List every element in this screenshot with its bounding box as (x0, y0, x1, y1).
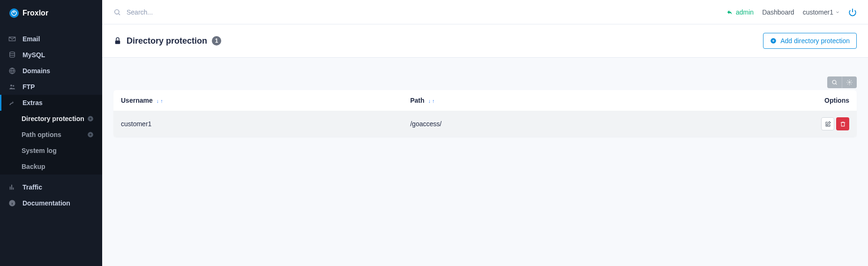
page-title-wrap: Directory protection 1 (113, 36, 221, 46)
sidebar-item-documentation[interactable]: Documentation (0, 195, 102, 211)
svg-point-11 (832, 80, 836, 84)
power-icon[interactable] (848, 8, 857, 16)
brand[interactable]: Froxlor (0, 0, 102, 26)
top-links: admin Dashboard customer1 (726, 8, 857, 16)
sidebar-item-extras[interactable]: Extras (0, 95, 102, 111)
svg-point-1 (10, 52, 15, 53)
chevron-down-icon (835, 10, 840, 15)
nav: Email MySQL Domains FTP Extras (0, 31, 102, 111)
col-path[interactable]: Path ↓ ↑ (403, 90, 638, 111)
sub-item-label: Directory protection (22, 115, 84, 122)
sort-arrows-icon[interactable]: ↓ ↑ (428, 98, 434, 104)
sidebar-item-ftp[interactable]: FTP (0, 79, 102, 95)
plus-circle-icon[interactable] (87, 115, 94, 122)
cell-options (638, 111, 857, 137)
sub-item-directory-protection[interactable]: Directory protection (0, 111, 102, 127)
col-username[interactable]: Username ↓ ↑ (113, 90, 403, 111)
sidebar-item-label: FTP (22, 83, 35, 91)
sidebar-item-label: Documentation (22, 199, 70, 207)
nav-bottom: Traffic Documentation (0, 179, 102, 211)
cell-path: /goaccess/ (403, 111, 638, 137)
globe-icon (8, 67, 16, 75)
directory-table: Username ↓ ↑ Path ↓ ↑ Options c (113, 90, 857, 137)
count-badge: 1 (212, 36, 221, 46)
info-icon (8, 199, 16, 207)
sub-item-label: Path options (22, 131, 61, 138)
search-icon (113, 8, 121, 16)
extras-subnav: Directory protection Path options System… (0, 111, 102, 175)
sub-item-path-options[interactable]: Path options (0, 127, 102, 143)
users-icon (8, 83, 16, 91)
admin-label: admin (736, 8, 754, 16)
user-dropdown[interactable]: customer1 (803, 8, 840, 16)
add-button-label: Add directory protection (780, 37, 850, 45)
page-title: Directory protection (127, 36, 207, 46)
sidebar-item-mysql[interactable]: MySQL (0, 47, 102, 63)
sub-item-backup[interactable]: Backup (0, 159, 102, 175)
database-icon (8, 51, 16, 59)
chart-icon (8, 183, 16, 191)
sidebar-item-label: Extras (22, 99, 43, 106)
sort-arrows-icon[interactable]: ↓ ↑ (157, 98, 163, 104)
lock-icon (113, 37, 122, 45)
envelope-icon (8, 35, 16, 43)
table-search-button[interactable] (827, 76, 842, 88)
sidebar-item-traffic[interactable]: Traffic (0, 179, 102, 195)
data-panel: Username ↓ ↑ Path ↓ ↑ Options c (113, 90, 857, 137)
brand-label: Froxlor (22, 9, 48, 17)
sub-item-label: Backup (22, 163, 45, 170)
sub-item-system-log[interactable]: System log (0, 143, 102, 159)
topbar: admin Dashboard customer1 (102, 0, 868, 24)
tool-group (827, 76, 857, 88)
main: admin Dashboard customer1 Directory prot… (102, 0, 868, 266)
search-wrap (113, 8, 726, 16)
edit-button[interactable] (821, 117, 834, 130)
table-row: customer1 /goaccess/ (113, 111, 857, 137)
svg-point-4 (13, 85, 14, 86)
dashboard-link[interactable]: Dashboard (762, 8, 794, 16)
sidebar-item-domains[interactable]: Domains (0, 63, 102, 79)
svg-point-3 (10, 84, 12, 86)
content: Username ↓ ↑ Path ↓ ↑ Options c (102, 58, 868, 156)
wrench-icon (8, 99, 16, 106)
admin-link[interactable]: admin (726, 8, 754, 16)
search-input[interactable] (127, 8, 267, 16)
sidebar-item-label: MySQL (22, 51, 45, 59)
sidebar-item-email[interactable]: Email (0, 31, 102, 47)
sidebar-item-label: Traffic (22, 183, 42, 191)
sub-item-label: System log (22, 147, 57, 154)
page-header: Directory protection 1 Add directory pro… (102, 24, 868, 58)
plus-circle-icon (770, 38, 777, 44)
sidebar-item-label: Domains (22, 67, 50, 75)
reply-icon (726, 9, 733, 15)
sidebar: Froxlor Email MySQL Domains FTP Extras (0, 0, 102, 266)
col-options: Options (638, 90, 857, 111)
sidebar-item-label: Email (22, 35, 40, 43)
plus-circle-icon[interactable] (87, 131, 94, 138)
brand-icon (9, 8, 19, 18)
svg-point-8 (115, 9, 119, 14)
cell-username: customer1 (113, 111, 403, 137)
panel-tools (113, 76, 857, 88)
svg-point-12 (849, 82, 850, 83)
add-directory-protection-button[interactable]: Add directory protection (763, 33, 857, 49)
user-label: customer1 (803, 8, 833, 16)
delete-button[interactable] (836, 117, 849, 130)
table-settings-button[interactable] (842, 76, 857, 88)
svg-rect-9 (115, 40, 120, 44)
